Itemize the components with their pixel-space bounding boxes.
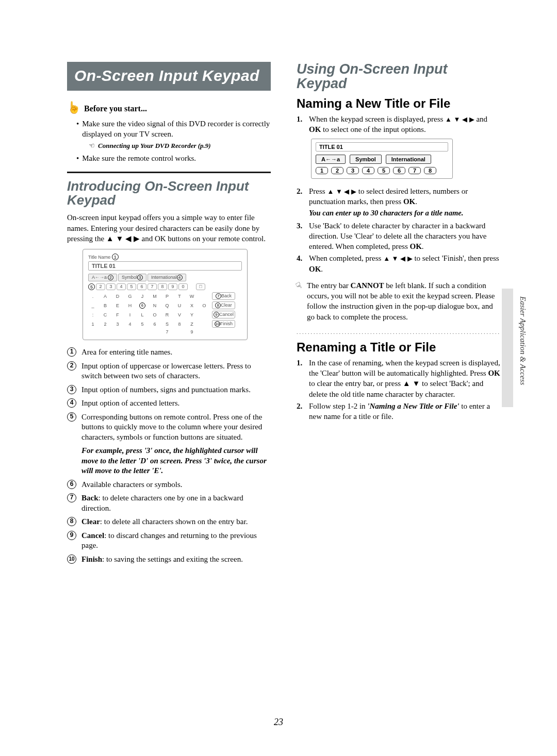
page-title-banner: On-Screen Input Keypad	[67, 62, 271, 91]
callout-6-icon: 6	[139, 303, 145, 309]
figure-char: X	[187, 303, 196, 308]
step-item: 1. In the case of renaming, when the key…	[297, 358, 500, 399]
figure-char-grid: .ADGJMPTW7Back _BEH6NQUXO8Clear :CFILORV…	[88, 292, 242, 334]
figure-title-bar: TITLE 01	[88, 261, 242, 271]
figure-char: O	[200, 303, 209, 308]
figure-char: S	[162, 322, 172, 327]
figure-char: U	[175, 303, 184, 308]
figure-space-btn: □	[196, 283, 205, 290]
keypad-figure: Title Name 1 TITLE 01 A←→a2 Symbol3 Inte…	[83, 249, 248, 340]
step-text: In the case of renaming, when the keypad…	[309, 358, 500, 399]
step-item: 1. When the keypad screen is displayed, …	[297, 114, 500, 135]
callout-8-icon: 8	[67, 517, 76, 526]
step-number: 1.	[297, 358, 306, 368]
bullet-dot: •	[76, 153, 79, 163]
legend-text: Cancel: to discard changes and returning…	[81, 531, 271, 551]
figure-char: C	[101, 312, 110, 317]
legend-text: Input option of uppercase or lowercase l…	[81, 361, 271, 381]
callout-5-icon: 5	[88, 283, 95, 290]
before-you-start-heading: ☝ Before you start...	[67, 101, 271, 114]
small-figure-num: 1	[316, 167, 328, 174]
callout-6-icon: 6	[67, 480, 76, 489]
section-heading-introducing: Introducing On-Screen Input Keypad	[67, 179, 271, 208]
figure-numbers-row: 5 2 3 4 5 6 7 8 9 0 □	[88, 283, 242, 290]
figure-char: 8	[175, 322, 184, 327]
callout-9-icon: 9	[67, 531, 76, 540]
callout-2-icon: 2	[108, 275, 113, 280]
figure-char: G	[125, 294, 135, 299]
legend-item: 1Area for entering title names.	[67, 347, 271, 358]
section-heading-using: Using On-Screen Input Keypad	[297, 62, 500, 91]
figure-char: 6	[150, 322, 159, 327]
legend-text: Clear: to delete all characters shown on…	[81, 517, 271, 527]
legend-text: Input option of numbers, signs and punct…	[81, 385, 271, 395]
step-note: You can enter up to 30 characters for a …	[309, 209, 500, 217]
body-text: On-screen input keypad offers you a simp…	[67, 212, 271, 244]
small-figure-tab: A←→a	[316, 155, 346, 164]
small-figure-nums: 1 2 3 4 5 6 7 8	[316, 167, 448, 174]
figure-char: :	[88, 312, 97, 317]
figure-tab: A←→a	[92, 275, 107, 280]
hand-icon: ☝	[67, 101, 81, 114]
pointing-finger-icon: ☟	[294, 280, 304, 293]
figure-tabs-row: A←→a2 Symbol3 International4	[88, 274, 242, 281]
figure-char: L	[138, 312, 147, 317]
hand-icon: ☜	[89, 142, 95, 150]
callout-8-icon: 8	[215, 303, 221, 308]
side-chapter-label: Easier Application & Access	[518, 296, 527, 385]
step-item: 2. Follow step 1-2 in 'Naming a New Titl…	[297, 401, 500, 422]
callout-10-icon: 10	[215, 321, 220, 327]
callout-4-icon: 4	[177, 275, 183, 280]
figure-char: R	[162, 312, 172, 317]
figure-back-btn: Back	[221, 293, 232, 298]
figure-char: N	[150, 303, 159, 308]
callout-2-icon: 2	[67, 361, 76, 371]
step-number: 2.	[297, 186, 306, 196]
figure-char: H	[125, 303, 135, 308]
figure-char: 3	[113, 322, 122, 327]
figure-num: 9	[168, 283, 177, 290]
bullet-text: Make sure the remote control works.	[82, 153, 196, 163]
figure-char: W	[187, 294, 196, 299]
step-text: Follow step 1-2 in 'Naming a New Title o…	[309, 401, 500, 422]
figure-num: 7	[148, 283, 157, 290]
crossref: ☜ Connecting up Your DVD Recorder (p.9)	[89, 142, 271, 150]
side-tab-decoration	[502, 289, 513, 407]
small-figure-num: 4	[362, 167, 374, 174]
callout-3-icon: 3	[67, 385, 76, 394]
figure-char: Z	[187, 322, 196, 327]
legend-item: 3Input option of numbers, signs and punc…	[67, 385, 271, 395]
page-number: 23	[274, 717, 283, 728]
figure-tab: Symbol	[122, 275, 137, 280]
step-item: 3. Use 'Back' to delete character by cha…	[297, 221, 500, 252]
figure-char: _	[88, 303, 97, 308]
figure-char: 9	[187, 329, 196, 334]
legend-item: 7Back: to delete characters one by one i…	[67, 493, 271, 513]
legend-text: Back: to delete characters one by one in…	[81, 493, 271, 513]
figure-char: M	[150, 294, 159, 299]
callout-1-icon: 1	[67, 347, 76, 357]
small-figure-tabs: A←→a Symbol International	[316, 155, 448, 164]
figure-char: Y	[187, 312, 196, 317]
keypad-small-figure: TITLE 01 A←→a Symbol International 1 2 3…	[311, 139, 453, 179]
step-text: When the keypad screen is displayed, pre…	[309, 114, 500, 135]
step-text: Press ▲ ▼ ◀ ▶ to select desired letters,…	[309, 186, 500, 207]
legend-item: 8Clear: to delete all characters shown o…	[67, 517, 271, 527]
callout-7-icon: 7	[67, 493, 76, 502]
figure-num: 3	[106, 283, 116, 290]
figure-char: T	[175, 294, 184, 299]
bullet-item: • Make sure the video signal of this DVD…	[76, 119, 271, 140]
callout-9-icon: 9	[214, 312, 219, 317]
figure-num: 0	[178, 283, 188, 290]
right-column: Using On-Screen Input Keypad Naming a Ne…	[297, 62, 500, 568]
step-item: 4. When completed, press ▲ ▼ ◀ ▶ to sele…	[297, 253, 500, 274]
step-item: 2. Press ▲ ▼ ◀ ▶ to select desired lette…	[297, 186, 500, 207]
subheading-naming: Naming a New Title or File	[297, 96, 500, 111]
figure-num: 4	[117, 283, 126, 290]
legend-text: Corresponding buttons on remote control.…	[81, 412, 271, 443]
before-you-start-label: Before you start...	[84, 104, 147, 113]
figure-finish-btn: Finish	[220, 321, 233, 326]
figure-char: I	[125, 312, 135, 317]
legend-item: 5Corresponding buttons on remote control…	[67, 412, 271, 443]
figure-char: 1	[88, 322, 97, 327]
